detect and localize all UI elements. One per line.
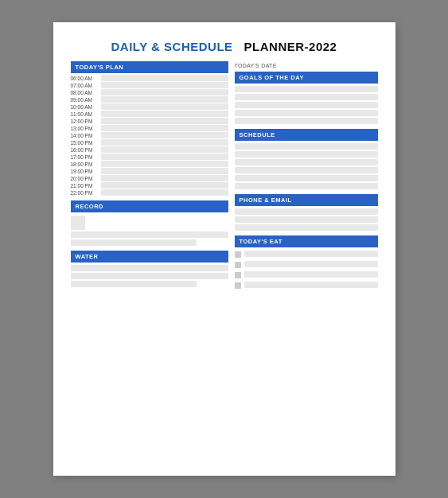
water-line-2 xyxy=(71,273,228,279)
time-label: 08:00 AM xyxy=(71,90,101,95)
goals-header: GOALS OF THE DAY xyxy=(235,72,378,84)
eat-row-4 xyxy=(235,282,378,290)
record-header: RECORD xyxy=(71,200,228,212)
time-line xyxy=(101,103,228,110)
time-label: 14:00 PM xyxy=(71,133,101,138)
eat-checkbox-4 xyxy=(235,282,241,289)
time-label: 07:00 AM xyxy=(71,83,101,88)
schedule-line-1 xyxy=(235,143,378,150)
time-row: 15:00 PM xyxy=(71,139,228,146)
phone-line-2 xyxy=(235,216,378,223)
water-line-1 xyxy=(71,265,228,271)
time-row: 06:00 AM xyxy=(71,75,228,81)
time-line xyxy=(101,154,228,160)
schedule-line-2 xyxy=(235,151,378,158)
time-line xyxy=(101,132,228,138)
eat-line-2 xyxy=(244,261,378,267)
time-label: 18:00 PM xyxy=(71,161,101,167)
eat-line-1 xyxy=(244,251,378,257)
schedule-line-5 xyxy=(235,175,378,181)
time-line xyxy=(101,139,228,146)
eat-checkbox-2 xyxy=(235,262,241,268)
record-section: RECORD xyxy=(71,200,228,246)
time-label: 21:00 PM xyxy=(71,183,101,189)
time-label: 09:00 AM xyxy=(71,97,101,103)
time-row: 09:00 AM xyxy=(71,96,228,103)
time-label: 22:00 PM xyxy=(71,190,101,196)
time-row: 11:00 AM xyxy=(71,111,228,117)
time-line xyxy=(101,125,228,131)
time-row: 19:00 PM xyxy=(71,168,228,174)
planner-page: DAILY & SCHEDULE PLANNER-2022 TODAY'S PL… xyxy=(53,22,395,476)
todays-plan-header: TODAY'S PLAN xyxy=(71,61,228,73)
goals-line-5 xyxy=(235,118,378,124)
time-line xyxy=(101,182,228,189)
time-row: 13:00 PM xyxy=(71,125,228,131)
time-line xyxy=(101,146,228,153)
time-label: 20:00 PM xyxy=(71,176,101,181)
eat-line-4 xyxy=(244,282,378,288)
time-line xyxy=(101,168,228,174)
goals-line-1 xyxy=(235,86,378,92)
phone-email-header: PHONE & EMAIL xyxy=(235,194,378,206)
schedule-line-4 xyxy=(235,167,378,173)
time-row: 14:00 PM xyxy=(71,132,228,138)
time-row: 20:00 PM xyxy=(71,175,228,181)
time-line xyxy=(101,189,228,196)
time-slots: 06:00 AM07:00 AM08:00 AM09:00 AM10:00 AM… xyxy=(71,75,228,196)
main-layout: TODAY'S PLAN 06:00 AM07:00 AM08:00 AM09:… xyxy=(71,61,378,292)
water-section: WATER xyxy=(71,251,228,287)
time-line xyxy=(101,118,228,124)
time-line xyxy=(101,82,228,88)
eat-row-1 xyxy=(235,251,378,259)
time-label: 12:00 PM xyxy=(71,119,101,124)
time-label: 16:00 PM xyxy=(71,147,101,153)
time-row: 10:00 AM xyxy=(71,103,228,110)
time-label: 17:00 PM xyxy=(71,154,101,160)
time-label: 19:00 PM xyxy=(71,169,101,174)
time-line xyxy=(101,96,228,103)
time-row: 12:00 PM xyxy=(71,118,228,124)
schedule-line-3 xyxy=(235,159,378,165)
time-label: 10:00 AM xyxy=(71,104,101,110)
eat-checkbox-3 xyxy=(235,272,241,278)
eat-checkbox-1 xyxy=(235,251,241,258)
todays-date-label: TODAY'S DATE xyxy=(235,61,378,70)
record-box xyxy=(71,216,85,230)
time-label: 15:00 PM xyxy=(71,140,101,146)
time-line xyxy=(101,175,228,181)
left-column: TODAY'S PLAN 06:00 AM07:00 AM08:00 AM09:… xyxy=(71,61,228,292)
time-label: 11:00 AM xyxy=(71,111,101,117)
time-row: 22:00 PM xyxy=(71,189,228,196)
record-line-1 xyxy=(71,231,228,238)
phone-line-3 xyxy=(235,224,378,231)
water-header: WATER xyxy=(71,251,228,263)
eat-row-3 xyxy=(235,271,378,279)
page-title: DAILY & SCHEDULE PLANNER-2022 xyxy=(71,40,378,53)
time-row: 17:00 PM xyxy=(71,154,228,160)
time-line xyxy=(101,111,228,117)
schedule-header: SCHEDULE xyxy=(235,129,378,141)
eat-line-3 xyxy=(244,271,378,278)
goals-line-4 xyxy=(235,110,378,116)
time-label: 13:00 PM xyxy=(71,126,101,131)
schedule-line-6 xyxy=(235,183,378,189)
goals-line-2 xyxy=(235,94,378,100)
todays-eat-header: TODAY'S EAT xyxy=(235,235,378,247)
time-line xyxy=(101,89,228,95)
record-line-2 xyxy=(71,239,197,246)
water-line-3 xyxy=(71,281,197,287)
time-row: 18:00 PM xyxy=(71,161,228,167)
time-label: 06:00 AM xyxy=(71,76,101,81)
time-row: 08:00 AM xyxy=(71,89,228,95)
time-row: 21:00 PM xyxy=(71,182,228,189)
time-row: 16:00 PM xyxy=(71,146,228,153)
right-column: TODAY'S DATE GOALS OF THE DAY SCHEDULE xyxy=(235,61,378,292)
goals-line-3 xyxy=(235,102,378,108)
time-row: 07:00 AM xyxy=(71,82,228,88)
time-line xyxy=(101,75,228,81)
phone-line-1 xyxy=(235,208,378,215)
eat-row-2 xyxy=(235,261,378,269)
time-line xyxy=(101,161,228,167)
